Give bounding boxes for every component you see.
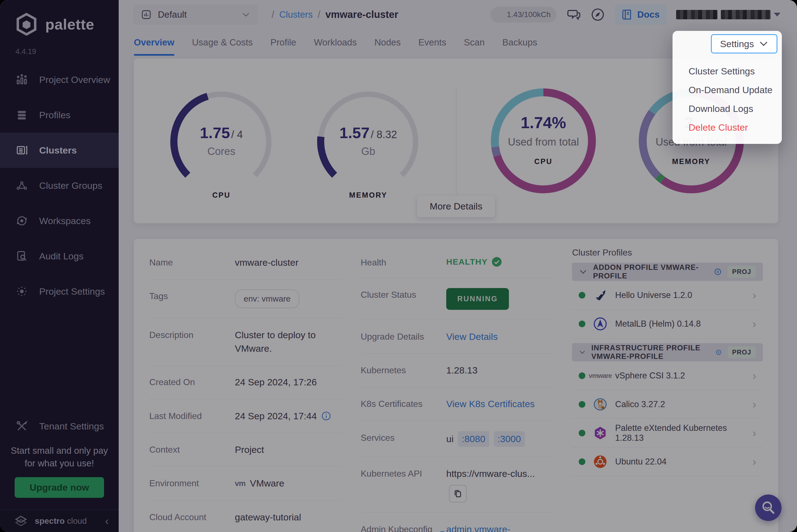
settings-button[interactable]: Settings [711, 34, 777, 54]
menu-item-download-logs[interactable]: Download Logs [672, 99, 782, 118]
settings-dropdown-panel: Settings Cluster Settings On-Demand Upda… [672, 31, 782, 144]
menu-item-on-demand-update[interactable]: On-Demand Update [672, 80, 782, 99]
palette-app-window: palette 4.4.19 Project Overview Profiles… [0, 0, 797, 532]
menu-item-delete-cluster[interactable]: Delete Cluster [672, 118, 782, 137]
menu-item-cluster-settings[interactable]: Cluster Settings [672, 62, 782, 80]
settings-menu: Cluster Settings On-Demand Update Downlo… [672, 62, 782, 137]
chevron-down-icon [759, 41, 768, 46]
settings-button-label: Settings [720, 39, 754, 49]
